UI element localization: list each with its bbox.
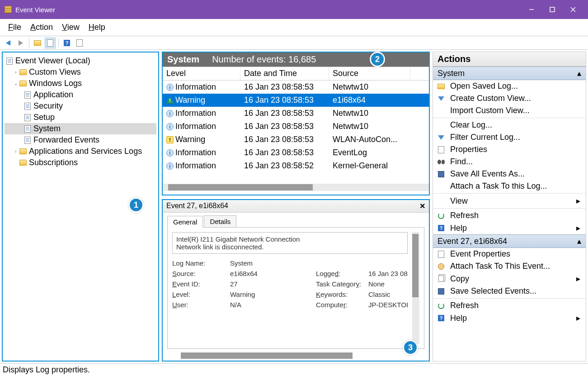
back-button[interactable] [3,38,14,48]
label-user: User: [172,301,230,309]
help-toolbar-button[interactable]: ? [61,38,72,48]
event-level: Information [175,148,216,157]
value-keywords: Classic [368,290,408,298]
event-datetime: 16 Jan 23 08:58:53 [240,147,329,158]
close-button[interactable] [563,0,583,19]
action-find[interactable]: Find... [433,156,586,168]
properties-icon [438,251,444,258]
event-properties-grid: Log Name:System Source:e1i68x64 Logged:1… [172,259,408,309]
events-body[interactable]: iInformation16 Jan 23 08:58:53Netwtw10Wa… [163,81,429,184]
value-event-id: 27 [230,280,316,288]
minimize-button[interactable] [521,0,542,19]
app-icon [5,6,12,13]
events-log-name: System [167,54,199,65]
action-open-saved-log[interactable]: Open Saved Log... [433,80,586,92]
event-level: Information [175,122,216,131]
toolbar: ? [0,36,588,50]
detail-title: Event 27, e1i68x64 [166,202,228,210]
value-source: e1i68x64 [230,270,316,277]
maximize-button[interactable] [542,0,563,19]
detail-hscrollbar[interactable] [181,352,353,359]
action-save-all-events[interactable]: Save All Events As... [433,168,586,180]
event-row[interactable]: iInformation16 Jan 23 08:58:53EventLog [163,146,429,159]
collapse-icon: ▴ [577,236,581,246]
submenu-arrow-icon: ▸ [576,223,580,233]
tree-application[interactable]: Application [5,89,156,100]
action-attach-task-log[interactable]: Attach a Task To this Log... [433,180,586,192]
event-row[interactable]: iInformation16 Jan 23 08:58:52Kernel-Gen… [163,159,429,172]
menu-help[interactable]: Help [84,21,110,34]
tree-subscriptions[interactable]: Subscriptions [5,157,156,168]
tree-custom-views[interactable]: ›Custom Views [5,67,156,78]
action-properties[interactable]: Properties [433,143,586,156]
tree-apps-services[interactable]: ›Applications and Services Logs [5,146,156,157]
tree-system[interactable]: System [5,123,156,134]
label-level: Level: [172,290,230,298]
show-tree-button[interactable] [32,38,43,48]
event-datetime: 16 Jan 23 08:58:53 [240,134,329,145]
event-row[interactable]: Warning16 Jan 23 08:58:53e1i68x64 [163,94,429,107]
label-source: Source: [172,270,230,277]
menu-action[interactable]: Action [26,21,57,34]
tree-setup[interactable]: Setup [5,112,156,123]
action-help-2[interactable]: ?Help▸ [433,312,586,324]
forward-button[interactable] [15,38,26,48]
menubar: File Action View Help [0,19,588,36]
actions-group-system[interactable]: System▴ [433,67,586,80]
events-header-row: Level Date and Time Source [163,67,429,81]
event-message: Intel(R) I211 Gigabit Network Connection… [172,232,408,254]
menu-view[interactable]: View [57,21,84,34]
action-create-custom-view[interactable]: Create Custom View... [433,92,586,105]
column-source[interactable]: Source [329,67,410,80]
tab-details[interactable]: Details [204,215,236,227]
tree-security[interactable]: Security [5,100,156,112]
submenu-arrow-icon: ▸ [576,274,580,284]
info-icon: i [166,84,174,91]
event-level: Warning [175,135,205,144]
tree-label: Applications and Services Logs [29,147,142,156]
action-help[interactable]: ?Help▸ [433,222,586,234]
column-datetime[interactable]: Date and Time [240,67,329,80]
tree-label: Setup [33,113,55,122]
event-message-line: Intel(R) I211 Gigabit Network Connection [176,235,404,243]
value-logged: 16 Jan 23 08 [368,270,408,277]
tree-label: Windows Logs [29,79,82,88]
action-save-selected[interactable]: Save Selected Events... [433,285,586,297]
action-view-submenu[interactable]: View▸ [433,195,586,207]
action-refresh[interactable]: Refresh [433,209,586,222]
preview-toolbar-button[interactable] [74,38,85,48]
event-row[interactable]: iInformation16 Jan 23 08:58:53Netwtw10 [163,107,429,120]
value-task-cat: None [368,280,408,288]
tree-label: Security [33,101,63,111]
detail-close-button[interactable]: ✕ [419,202,425,210]
callout-1: 1 [128,197,144,213]
events-hscrollbar[interactable] [163,184,429,191]
event-row[interactable]: Warning16 Jan 23 08:58:53WLAN-AutoCon... [163,133,429,146]
info-icon: i [166,123,174,130]
submenu-arrow-icon: ▸ [576,313,580,323]
tree-windows-logs[interactable]: ⌄Windows Logs [5,78,156,89]
action-import-custom-view[interactable]: Import Custom View... [433,105,586,117]
detail-vscrollbar[interactable] [412,232,419,344]
event-row[interactable]: iInformation16 Jan 23 08:58:53Netwtw10 [163,81,429,94]
label-event-id: Event ID: [172,280,230,288]
column-level[interactable]: Level [163,67,240,80]
action-refresh-2[interactable]: Refresh [433,300,586,312]
funnel-icon [438,135,444,140]
action-attach-task-event[interactable]: Attach Task To This Event... [433,260,586,272]
tree-forwarded[interactable]: Forwarded Events [5,134,156,146]
action-event-properties[interactable]: Event Properties [433,248,586,260]
event-source: Kernel-General [329,160,410,171]
warning-icon [166,136,174,143]
actions-group-event[interactable]: Event 27, e1i68x64▴ [433,234,586,248]
event-message-line: Network link is disconnected. [176,243,404,251]
tab-general[interactable]: General [167,216,203,228]
action-filter-log[interactable]: Filter Current Log... [433,131,586,143]
event-row[interactable]: iInformation16 Jan 23 08:58:53Netwtw10 [163,120,429,133]
action-clear-log[interactable]: Clear Log... [433,119,586,131]
properties-toolbar-button[interactable] [45,38,56,48]
tree-root[interactable]: Event Viewer (Local) [5,55,156,67]
action-copy[interactable]: Copy▸ [433,272,586,285]
menu-file[interactable]: File [4,21,26,34]
binoculars-icon [437,160,445,164]
